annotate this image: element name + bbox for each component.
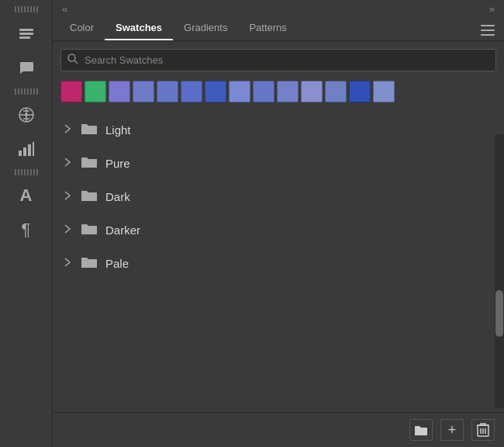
swatch-item[interactable] (373, 81, 395, 102)
swatch-item[interactable] (181, 81, 202, 102)
svg-rect-1 (19, 33, 33, 35)
chevron-right-icon (64, 258, 74, 269)
svg-rect-2 (19, 36, 30, 39)
folder-icon (81, 154, 98, 172)
svg-rect-11 (28, 144, 31, 156)
svg-point-16 (68, 54, 75, 61)
sidebar-icon-type[interactable]: A (11, 180, 42, 211)
svg-rect-15 (481, 34, 495, 36)
tab-swatches[interactable]: Swatches (105, 16, 173, 40)
top-arrows: « » (53, 0, 504, 15)
folders-list: Light Pure Dark Darker Pale (53, 110, 504, 412)
sidebar-icon-layers[interactable] (11, 19, 42, 50)
sidebar-drag-handle (15, 6, 38, 12)
chevron-right-icon (64, 124, 74, 136)
folder-item-pure[interactable]: Pure (53, 147, 504, 180)
search-icon (67, 54, 78, 67)
folder-name: Light (105, 123, 131, 137)
tab-color[interactable]: Color (59, 16, 105, 40)
search-bar[interactable] (60, 49, 496, 71)
swatch-item[interactable] (109, 81, 130, 102)
svg-rect-0 (19, 29, 33, 31)
folder-item-darker[interactable]: Darker (53, 213, 504, 247)
swatch-item[interactable] (253, 81, 274, 102)
swatch-item[interactable] (349, 81, 371, 102)
collapse-right-btn[interactable]: » (486, 3, 498, 15)
sidebar-divider-2 (15, 169, 38, 175)
main-panel: « » Color Swatches Gradients Patterns (53, 0, 504, 447)
sidebar-icon-anchor[interactable] (11, 99, 42, 130)
delete-swatch-btn[interactable] (471, 419, 495, 441)
bottom-toolbar: + (53, 412, 504, 447)
folder-icon (81, 188, 98, 206)
swatch-item[interactable] (205, 81, 226, 102)
svg-rect-12 (33, 142, 34, 156)
chevron-right-icon (64, 191, 74, 203)
swatch-item[interactable] (133, 81, 154, 102)
folder-item-dark[interactable]: Dark (53, 180, 504, 213)
chevron-right-icon (64, 158, 74, 169)
folder-name: Dark (105, 190, 130, 203)
tabs-menu-btn[interactable] (478, 20, 498, 40)
tabs-bar: Color Swatches Gradients Patterns (53, 16, 504, 41)
collapse-left-btn[interactable]: « (59, 3, 71, 15)
folder-icon (81, 121, 98, 139)
swatch-item[interactable] (301, 81, 323, 102)
sidebar-icon-comment[interactable] (11, 53, 42, 84)
folder-icon (81, 255, 98, 272)
swatch-item[interactable] (325, 81, 347, 102)
svg-point-6 (25, 113, 28, 116)
svg-line-17 (74, 61, 78, 64)
sidebar-icon-chart[interactable] (11, 133, 42, 165)
sidebar-divider-1 (15, 88, 38, 95)
folder-icon (81, 221, 98, 239)
scrollbar-track[interactable] (495, 134, 504, 408)
swatch-item[interactable] (60, 81, 82, 102)
folder-item-light[interactable]: Light (53, 113, 504, 147)
tab-gradients[interactable]: Gradients (173, 16, 238, 40)
panel-content: Light Pure Dark Darker Pale + (53, 41, 504, 447)
sidebar: A ¶ (0, 0, 53, 447)
add-swatch-btn[interactable]: + (440, 419, 464, 441)
folder-name: Pure (105, 157, 130, 170)
swatch-item[interactable] (85, 81, 106, 102)
swatch-item[interactable] (277, 81, 299, 102)
search-input[interactable] (85, 54, 489, 66)
chevron-right-icon (64, 224, 74, 236)
swatch-item[interactable] (157, 81, 178, 102)
swatches-row (53, 76, 504, 110)
svg-rect-10 (23, 147, 26, 156)
folder-name: Pale (105, 257, 129, 270)
svg-rect-13 (481, 25, 495, 26)
tab-patterns[interactable]: Patterns (238, 16, 297, 40)
svg-rect-14 (481, 29, 495, 31)
folder-name: Darker (105, 224, 140, 237)
scrollbar-thumb[interactable] (495, 290, 503, 337)
sidebar-icon-paragraph[interactable]: ¶ (11, 214, 42, 245)
folder-btn[interactable] (409, 419, 433, 441)
svg-rect-9 (19, 151, 22, 156)
swatch-item[interactable] (229, 81, 250, 102)
folder-item-pale[interactable]: Pale (53, 247, 504, 280)
